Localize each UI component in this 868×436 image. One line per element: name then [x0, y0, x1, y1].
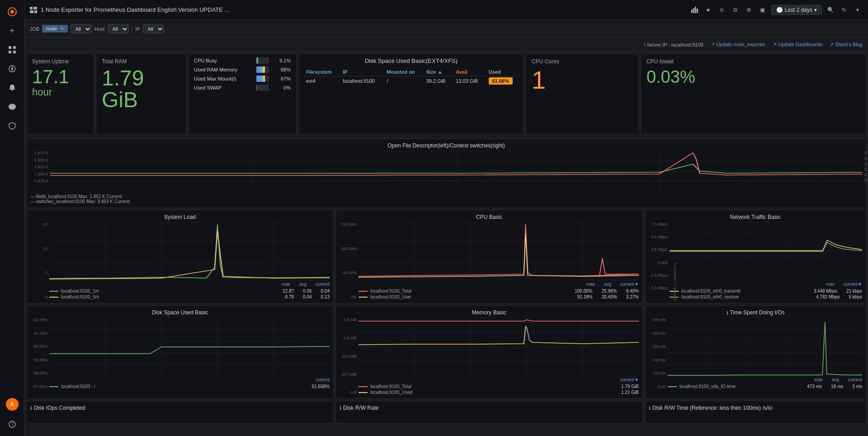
disk-table-panel: Disk Space Used Basic(EXT4/XFS) Filesyst…: [298, 53, 524, 135]
time-io-y-axis: 500 ms400 ms300 ms200 ms100 ms0 ns: [649, 318, 666, 389]
col-filesystem: Filesystem: [302, 68, 339, 76]
disk-space-chart: 2/23 16:00 2/24 00:00 2/24 08:00 2/24 16…: [49, 318, 330, 376]
size-cell: 39.2 GiB: [423, 76, 453, 86]
cores-panel: CPU Cores 1: [526, 53, 639, 135]
update-dashboards-link[interactable]: ↗ Update Dashboards: [773, 42, 822, 47]
svg-rect-2: [9, 46, 11, 49]
cpu-basic-chart: 2/23 16:00 2/24 00:00 2/24 08:00 2/24 16…: [359, 222, 639, 281]
col-used: Used: [485, 68, 520, 76]
system-load-panel: System Load 151050: [26, 210, 334, 303]
svg-rect-17: [693, 8, 694, 13]
stats-row: System Uptime 17.1 hour Total RAM 1.79 G…: [26, 53, 866, 135]
time-io-legend: localhost:9100_vda_IO time 473 ms18 ms3 …: [668, 384, 862, 389]
disk-rw-time-panel: ℹ Disk R/W Time (Reference: less then 10…: [645, 401, 866, 423]
legend-vda: localhost:9100_vda_IO time: [679, 384, 804, 389]
ram-gauge-bar: [256, 66, 269, 73]
share-icon[interactable]: ⎗: [717, 5, 727, 15]
svg-point-1: [10, 10, 14, 14]
tv-icon[interactable]: ▣: [758, 5, 768, 15]
blog-link[interactable]: ↗ Starsl's Blog: [830, 42, 863, 47]
ram-label: Total RAM: [102, 58, 180, 65]
star-icon[interactable]: ★: [703, 5, 713, 15]
sidebar-icon-settings[interactable]: [4, 99, 20, 115]
legend-line-1m: [49, 291, 58, 292]
disk-rw-time-title: Disk R/W Time (Reference: less then 100m…: [652, 405, 772, 411]
filter-divider: |: [132, 26, 133, 32]
search-magnify-icon[interactable]: 🔍: [826, 5, 835, 15]
disk-rw-panel: ℹ Disk R/W Rate: [335, 401, 643, 423]
sidebar-icon-logo[interactable]: [4, 4, 20, 20]
sidebar-icon-bell[interactable]: [4, 80, 20, 96]
time-range-button[interactable]: 🕐 Last 2 days ▾: [771, 5, 822, 15]
time-io-panel: ℹ Time Spent Doing I/Os 500 ms400 ms300 …: [645, 305, 866, 399]
disk-space-y-axis: 62.00%61.00%60.00%59.00%58.00%57.00%: [30, 318, 47, 389]
page-title: 1 Node Exporter for Prometheus Dashboard…: [41, 6, 229, 13]
charts-row-3: ℹ Disk IOps Completed ℹ Disk R/W Rate ℹ …: [26, 401, 866, 423]
legend-disk-root: localhost:9100 : /: [61, 384, 309, 389]
col-mounted: Mounted on: [383, 68, 422, 76]
memory-legend: localhost:9100_Total 1.79 GiB localhost:…: [359, 384, 639, 395]
mount-label: Used Max Mount(/): [194, 76, 253, 81]
legend-text-1m: localhost:9100_1m: [61, 289, 280, 294]
cpu-legend-header: max avg current▼: [359, 282, 639, 287]
disk-iops-title: Disk IOps Completed: [34, 405, 85, 411]
ram-gauge-label: Used RAM Memory: [194, 67, 253, 72]
legend-line-cpu-user: [359, 297, 368, 298]
memory-chart: 2/23 16:00 2/24 00:00 2/24 08:00 2/24 16…: [359, 318, 639, 376]
time-io-legend-header: max avg current: [668, 377, 862, 382]
network-traffic-panel: Network Traffic Basic 7.5 Mbps5.0 Mbps2.…: [645, 210, 866, 303]
filesystem-cell: ext4: [302, 76, 339, 86]
legend-line-mem-used: [359, 392, 368, 393]
svg-rect-19: [697, 9, 698, 13]
sidebar-avatar[interactable]: A: [6, 398, 19, 411]
swap-bar: [256, 85, 269, 91]
disk-table-title: Disk Space Used Basic(EXT4/XFS): [302, 57, 520, 64]
memory-basic-panel: Memory Basic 1.9 GiB1.4 GiB954 MiB477 Mi…: [335, 305, 643, 399]
svg-text:?: ?: [11, 422, 14, 427]
cpu-basic-panel: CPU Basic 150.00%100.00%50.00%0%: [335, 210, 643, 303]
cpu-basic-title: CPU Basic: [340, 214, 639, 220]
topbar: 1 Node Exporter for Prometheus Dashboard…: [24, 0, 868, 20]
table-row: ext4 localhost:9100 / 39.2 GiB 13.03 GiB…: [302, 76, 520, 86]
uptime-unit: hour: [32, 86, 88, 98]
system-load-legend-header: max avg current: [49, 282, 330, 287]
ram-panel: Total RAM 1.79 GiB: [96, 53, 186, 135]
grid-menu-icon[interactable]: [30, 7, 37, 13]
ram-gauge-value: 68%: [273, 67, 291, 72]
svg-rect-16: [691, 9, 693, 13]
refresh-icon[interactable]: ↻: [839, 5, 849, 15]
host-value-select[interactable]: All: [108, 24, 129, 33]
memory-legend-header: current▼: [359, 377, 639, 382]
network-traffic-title: Network Traffic Basic: [649, 214, 862, 220]
sidebar-icon-compass[interactable]: [4, 61, 20, 77]
job-tag[interactable]: node ✕: [42, 25, 68, 33]
server-ip-info: i Server IP : localhost:9100: [644, 42, 703, 47]
sidebar-icon-plus[interactable]: +: [4, 23, 20, 39]
network-legend-header: max current▼: [670, 282, 862, 287]
update-exporter-link[interactable]: ↗ Update node_exporter: [711, 42, 766, 47]
sidebar-icon-question[interactable]: ?: [4, 416, 20, 432]
col-size: Size ▲: [423, 68, 453, 76]
system-load-legend: localhost:9100_1m 12.870.060.04 localhos…: [49, 289, 330, 299]
refresh-dropdown-icon[interactable]: ▾: [853, 5, 863, 15]
disk-iops-panel: ℹ Disk IOps Completed: [26, 401, 334, 423]
ip-select[interactable]: All: [143, 24, 164, 33]
infobar: i Server IP : localhost:9100 ↗ Update no…: [24, 38, 868, 52]
legend-line-5m: [49, 297, 58, 298]
legend-eth0-rx: localhost:9100_eth0_receive: [681, 294, 813, 299]
svg-rect-13: [33, 7, 37, 9]
gear-icon[interactable]: ⚙: [744, 5, 754, 15]
legend-line-disk: [49, 386, 58, 387]
bar-chart-icon[interactable]: [690, 5, 700, 15]
copy-icon[interactable]: ⧉: [731, 5, 741, 15]
cpu-basic-y-axis: 150.00%100.00%50.00%0%: [340, 222, 357, 299]
used-cell: 61.66%: [485, 76, 520, 86]
time-io-chart: 2/23 16:00 2/24 00:00 2/24 08:00 2/24 16…: [668, 318, 862, 376]
cpu-gauge-panel: CPU Busy 9.1% Used RAM Memory: [188, 53, 297, 135]
mount-value: 67%: [273, 76, 291, 81]
ram-value: 1.79 GiB: [102, 67, 180, 111]
disk-rw-time-info-icon: ℹ: [649, 406, 651, 411]
sidebar-icon-grid[interactable]: [4, 42, 20, 58]
host-select[interactable]: All: [71, 24, 92, 33]
sidebar-icon-shield[interactable]: [4, 118, 20, 134]
